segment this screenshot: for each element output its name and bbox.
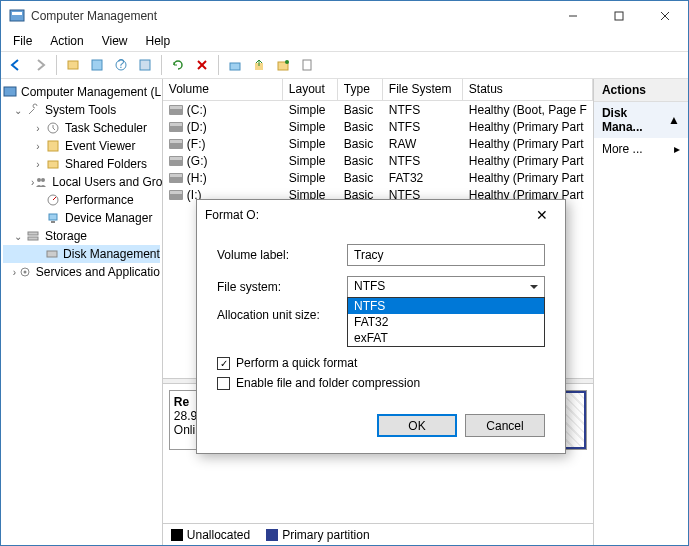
maximize-button[interactable]	[596, 1, 642, 31]
actions-more[interactable]: More ...▸	[594, 138, 688, 160]
tree-system-tools[interactable]: ⌄ System Tools	[3, 101, 160, 119]
menu-view[interactable]: View	[94, 32, 136, 50]
menu-action[interactable]: Action	[42, 32, 91, 50]
volume-icon	[169, 156, 183, 166]
menu-help[interactable]: Help	[138, 32, 179, 50]
menu-file[interactable]: File	[5, 32, 40, 50]
collapse-icon: ▲	[668, 113, 680, 127]
storage-icon	[25, 228, 41, 244]
svg-point-16	[285, 60, 289, 64]
svg-rect-20	[48, 141, 58, 151]
collapse-icon[interactable]: ⌄	[11, 231, 25, 242]
volume-row[interactable]: (G:)SimpleBasicNTFSHealthy (Primary Part	[163, 152, 593, 169]
dialog-title: Format O:	[205, 208, 527, 222]
volume-row[interactable]: (F:)SimpleBasicRAWHealthy (Primary Part	[163, 135, 593, 152]
tb-icon-1[interactable]	[62, 54, 84, 76]
volume-row[interactable]: (D:)SimpleBasicNTFSHealthy (Primary Part	[163, 118, 593, 135]
checkbox-unchecked-icon	[217, 377, 230, 390]
volume-label-input[interactable]	[347, 244, 545, 266]
tools-icon	[25, 102, 41, 118]
svg-rect-18	[4, 87, 16, 96]
col-filesystem[interactable]: File System	[383, 79, 463, 100]
toolbar: ?	[1, 51, 688, 79]
folder-icon	[45, 156, 61, 172]
services-icon	[18, 264, 32, 280]
dialog-close-button[interactable]: ✕	[527, 200, 557, 230]
ok-button[interactable]: OK	[377, 414, 457, 437]
window-title: Computer Management	[31, 9, 550, 23]
refresh-button[interactable]	[167, 54, 189, 76]
tb-icon-4[interactable]	[134, 54, 156, 76]
volume-row[interactable]: (H:)SimpleBasicFAT32Healthy (Primary Par…	[163, 169, 593, 186]
device-icon	[45, 210, 61, 226]
tb-icon-7[interactable]	[272, 54, 294, 76]
fs-option-fat32[interactable]: FAT32	[348, 314, 544, 330]
tree-performance[interactable]: Performance	[3, 191, 160, 209]
expand-icon[interactable]: ›	[31, 123, 45, 134]
filesystem-select[interactable]: NTFS NTFS FAT32 exFAT	[347, 276, 545, 298]
tb-icon-3[interactable]: ?	[110, 54, 132, 76]
tree-storage[interactable]: ⌄Storage	[3, 227, 160, 245]
svg-rect-3	[615, 12, 623, 20]
app-icon	[9, 8, 25, 24]
actions-disk-heading[interactable]: Disk Mana...▲	[594, 102, 688, 138]
forward-button[interactable]	[29, 54, 51, 76]
filesystem-dropdown[interactable]: NTFS FAT32 exFAT	[347, 297, 545, 347]
tree-root[interactable]: Computer Management (L	[3, 83, 160, 101]
actions-pane: Actions Disk Mana...▲ More ...▸	[594, 79, 688, 545]
tree-device-manager[interactable]: Device Manager	[3, 209, 160, 227]
legend-primary-swatch	[266, 529, 278, 541]
event-icon	[45, 138, 61, 154]
dialog-titlebar[interactable]: Format O: ✕	[197, 200, 565, 230]
volume-grid-header: Volume Layout Type File System Status	[163, 79, 593, 101]
fs-option-exfat[interactable]: exFAT	[348, 330, 544, 346]
expand-icon[interactable]: ›	[31, 159, 45, 170]
users-icon	[34, 174, 48, 190]
cancel-button[interactable]: Cancel	[465, 414, 545, 437]
tb-icon-8[interactable]	[296, 54, 318, 76]
svg-rect-26	[49, 214, 57, 220]
tree-services[interactable]: ›Services and Applicatio	[3, 263, 160, 281]
tb-icon-2[interactable]	[86, 54, 108, 76]
collapse-icon[interactable]: ⌄	[11, 105, 25, 116]
tree-event-viewer[interactable]: ›Event Viewer	[3, 137, 160, 155]
tb-icon-6[interactable]	[248, 54, 270, 76]
disk-icon	[45, 246, 59, 262]
tree-local-users[interactable]: ›Local Users and Gro	[3, 173, 160, 191]
delete-button[interactable]	[191, 54, 213, 76]
tree-shared-folders[interactable]: ›Shared Folders	[3, 155, 160, 173]
fs-option-ntfs[interactable]: NTFS	[348, 298, 544, 314]
tb-icon-5[interactable]	[224, 54, 246, 76]
svg-rect-13	[230, 63, 240, 70]
volume-icon	[169, 139, 183, 149]
col-type[interactable]: Type	[338, 79, 383, 100]
legend-unallocated-swatch	[171, 529, 183, 541]
performance-icon	[45, 192, 61, 208]
navigation-tree[interactable]: Computer Management (L ⌄ System Tools ›T…	[1, 79, 163, 545]
back-button[interactable]	[5, 54, 27, 76]
svg-rect-0	[10, 10, 24, 21]
checkbox-checked-icon: ✓	[217, 357, 230, 370]
expand-icon[interactable]: ›	[11, 267, 18, 278]
close-button[interactable]	[642, 1, 688, 31]
svg-text:?: ?	[118, 58, 125, 71]
quick-format-checkbox[interactable]: ✓ Perform a quick format	[217, 356, 545, 370]
tree-task-scheduler[interactable]: ›Task Scheduler	[3, 119, 160, 137]
volume-label-label: Volume label:	[217, 248, 347, 262]
titlebar: Computer Management	[1, 1, 688, 31]
format-dialog: Format O: ✕ Volume label: File system: N…	[196, 199, 566, 454]
minimize-button[interactable]	[550, 1, 596, 31]
actions-header: Actions	[594, 79, 688, 102]
svg-rect-10	[140, 60, 150, 70]
col-status[interactable]: Status	[463, 79, 593, 100]
volume-row[interactable]: (C:)SimpleBasicNTFSHealthy (Boot, Page F	[163, 101, 593, 118]
expand-icon[interactable]: ›	[31, 141, 45, 152]
compression-checkbox[interactable]: Enable file and folder compression	[217, 376, 545, 390]
computer-icon	[3, 84, 17, 100]
menubar: File Action View Help	[1, 31, 688, 51]
col-volume[interactable]: Volume	[163, 79, 283, 100]
col-layout[interactable]: Layout	[283, 79, 338, 100]
volume-icon	[169, 190, 183, 200]
allocation-label: Allocation unit size:	[217, 308, 347, 322]
tree-disk-management[interactable]: Disk Management	[3, 245, 160, 263]
